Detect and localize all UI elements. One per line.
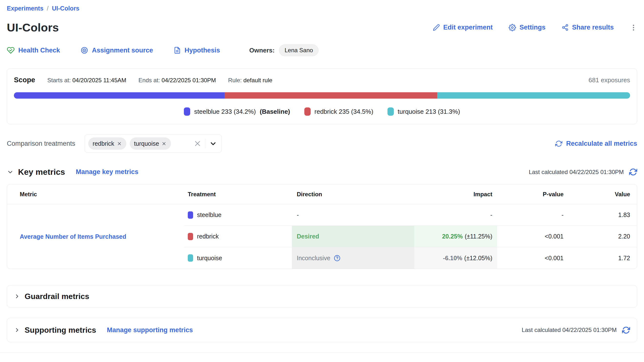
table-row-steelblue-treatment: steelblue	[184, 204, 292, 226]
recalculate-all-metrics-button[interactable]: Recalculate all metrics	[555, 140, 637, 147]
turquoise-swatch	[188, 254, 193, 262]
refresh-key-metrics-button[interactable]	[629, 168, 637, 176]
assignment-source-link[interactable]: Assignment source	[80, 46, 153, 54]
clear-selection-icon[interactable]	[194, 140, 201, 147]
refresh-icon	[622, 326, 630, 334]
column-header-direction: Direction	[292, 184, 414, 204]
last-calculated-text: Last calculated 04/22/2025 01:30PM	[529, 169, 624, 176]
hypothesis-label: Hypothesis	[184, 47, 220, 54]
chevron-right-icon	[14, 327, 20, 333]
comparison-row: Comparison treatments redbrick turquoise…	[7, 135, 637, 153]
select-controls	[194, 139, 217, 148]
owner-badge[interactable]: Lena Sano	[279, 45, 318, 56]
scope-row: Scope Starts at: 04/20/2025 11:45AM Ends…	[14, 76, 630, 84]
table-row-steelblue-pvalue: -	[497, 204, 570, 226]
heart-check-icon	[7, 46, 15, 54]
distribution-segment-steelblue[interactable]	[14, 92, 224, 99]
scope-ends: Ends at: 04/22/2025 01:30PM	[138, 77, 216, 84]
redbrick-swatch	[304, 107, 311, 116]
assignment-source-label: Assignment source	[92, 47, 153, 54]
scope-rule: Rule: default rule	[228, 77, 272, 84]
page-title: UI-Colors	[7, 21, 59, 34]
key-metrics-table: Metric Treatment Direction Impact P-valu…	[7, 184, 637, 269]
document-icon	[174, 47, 181, 54]
exposures-count: 681 exposures	[588, 76, 630, 84]
more-options-button[interactable]	[630, 24, 637, 31]
table-row-turquoise-value: 1.72	[570, 247, 637, 269]
legend-item-steelblue: steelblue 233 (34.2%) (Baseline)	[184, 107, 290, 116]
impact-value: 20.25%	[442, 233, 463, 240]
table-row-turquoise-impact: -6.10% (±12.05%)	[414, 247, 497, 269]
expand-supporting-metrics-button[interactable]	[14, 327, 20, 333]
settings-button[interactable]: Settings	[509, 24, 546, 31]
scope-card: Scope Starts at: 04/20/2025 11:45AM Ends…	[7, 68, 637, 124]
metric-link[interactable]: Average Number of Items Purchased	[20, 233, 126, 240]
hypothesis-link[interactable]: Hypothesis	[174, 47, 220, 54]
manage-key-metrics-link[interactable]: Manage key metrics	[76, 168, 138, 176]
scope-starts: Starts at: 04/20/2025 11:45AM	[47, 77, 126, 84]
chip-redbrick[interactable]: redbrick	[88, 137, 126, 150]
manage-supporting-metrics-link[interactable]: Manage supporting metrics	[107, 326, 193, 334]
column-header-metric: Metric	[7, 184, 184, 204]
table-row-turquoise-direction: Inconclusive	[292, 247, 414, 269]
comparison-treatments-select[interactable]: redbrick turquoise	[84, 135, 222, 153]
kebab-icon	[630, 24, 637, 31]
collapse-key-metrics-button[interactable]	[7, 169, 14, 176]
edit-experiment-label: Edit experiment	[443, 24, 493, 31]
guardrail-metrics-title: Guardrail metrics	[25, 292, 89, 301]
bottom-divider	[0, 352, 644, 353]
select-divider	[205, 139, 205, 148]
remove-redbrick-icon[interactable]	[117, 141, 122, 146]
recalculate-label: Recalculate all metrics	[566, 140, 637, 147]
help-icon[interactable]	[334, 255, 340, 261]
chevron-down-icon	[7, 169, 14, 176]
breadcrumb-separator: /	[47, 5, 48, 12]
legend-label: turquoise 213 (31.3%)	[398, 108, 460, 116]
chip-turquoise[interactable]: turquoise	[130, 137, 171, 150]
target-icon	[80, 46, 88, 54]
share-results-label: Share results	[572, 24, 614, 31]
impact-ci: (±11.25%)	[465, 233, 492, 240]
refresh-icon	[629, 168, 637, 176]
legend-label: steelblue 233 (34.2%)	[194, 108, 256, 116]
distribution-legend: steelblue 233 (34.2%) (Baseline) redbric…	[14, 107, 630, 116]
table-row-redbrick-pvalue: <0.001	[497, 226, 570, 247]
title-actions: Edit experiment Settings Share results	[433, 24, 637, 31]
breadcrumb-experiments-link[interactable]: Experiments	[7, 5, 44, 12]
direction-label: Inconclusive	[297, 255, 330, 262]
expand-guardrail-metrics-button[interactable]	[14, 293, 20, 299]
treatment-label: redbrick	[197, 233, 219, 240]
remove-turquoise-icon[interactable]	[162, 141, 166, 146]
owners-label: Owners:	[249, 47, 274, 54]
steelblue-swatch	[188, 211, 193, 219]
scope-title: Scope	[14, 76, 35, 84]
refresh-supporting-metrics-button[interactable]	[622, 326, 630, 334]
gear-icon	[509, 24, 516, 31]
share-results-button[interactable]: Share results	[562, 24, 614, 31]
chevron-down-icon[interactable]	[209, 140, 217, 147]
column-header-pvalue: P-value	[497, 184, 570, 204]
table-row-steelblue-value: 1.83	[570, 204, 637, 226]
owners-group: Owners: Lena Sano	[249, 45, 318, 56]
breadcrumb: Experiments / UI-Colors	[7, 0, 637, 12]
column-header-value: Value	[570, 184, 637, 204]
key-metrics-header: Key metrics Manage key metrics Last calc…	[7, 167, 637, 177]
last-calculated-text: Last calculated 04/22/2025 01:30PM	[522, 327, 617, 333]
impact-ci: (±12.05%)	[464, 255, 492, 262]
health-check-link[interactable]: Health Check	[7, 46, 60, 54]
health-check-label: Health Check	[18, 47, 60, 54]
breadcrumb-current-link[interactable]: UI-Colors	[52, 5, 80, 12]
table-row-turquoise-pvalue: <0.001	[497, 247, 570, 269]
supporting-metrics-last-calculated: Last calculated 04/22/2025 01:30PM	[522, 326, 630, 334]
turquoise-swatch	[388, 107, 394, 116]
redbrick-swatch	[188, 233, 193, 240]
treatment-label: turquoise	[197, 255, 222, 262]
treatment-distribution-bar[interactable]	[14, 92, 630, 99]
table-row-steelblue-impact: -	[414, 204, 497, 226]
distribution-segment-redbrick[interactable]	[224, 92, 437, 99]
edit-experiment-button[interactable]: Edit experiment	[433, 24, 493, 31]
distribution-segment-turquoise[interactable]	[437, 92, 630, 99]
table-row-steelblue-direction: -	[292, 204, 414, 226]
comparison-treatments-label: Comparison treatments	[7, 140, 75, 147]
supporting-metrics-title: Supporting metrics	[25, 326, 96, 335]
